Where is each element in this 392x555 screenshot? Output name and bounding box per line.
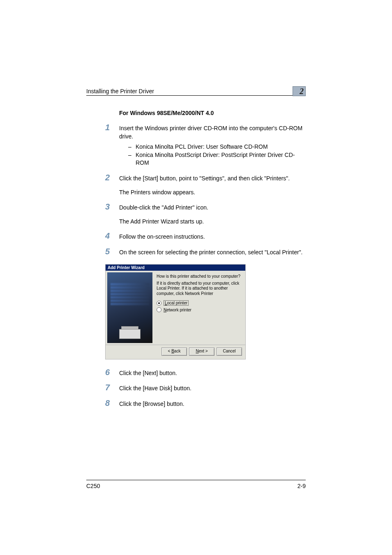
- back-button[interactable]: < Back: [161, 348, 187, 356]
- step-text: Click the [Start] button, point to "Sett…: [119, 175, 306, 183]
- radio-icon: [157, 307, 161, 312]
- wizard-question: How is this printer attached to your com…: [157, 274, 241, 279]
- step-text: Double-click the "Add Printer" icon.: [119, 204, 306, 212]
- step-text: Click the [Have Disk] button.: [119, 385, 306, 393]
- step-result: The Add Printer Wizard starts up.: [119, 218, 306, 226]
- printer-icon: [119, 326, 141, 339]
- step-number: 4: [105, 231, 110, 241]
- bullet-dash: –: [128, 151, 136, 167]
- footer-model: C250: [86, 483, 100, 489]
- footer-page-number: 2-9: [297, 483, 306, 489]
- radio-icon: [157, 301, 161, 306]
- chapter-tab: 2: [293, 86, 306, 96]
- add-printer-wizard-window: Add Printer Wizard: [105, 264, 246, 359]
- step-text: Follow the on-screen instructions.: [119, 233, 306, 241]
- wizard-explain: If it is directly attached to your compu…: [157, 281, 241, 297]
- step-text: Click the [Browse] button.: [119, 400, 306, 408]
- step-result: The Printers window appears.: [119, 189, 306, 197]
- wizard-side-graphic: [107, 272, 152, 343]
- step-number: 1: [105, 123, 110, 132]
- radio-local-printer[interactable]: Local printer: [157, 300, 241, 306]
- step-number: 6: [105, 368, 110, 377]
- bullet-dash: –: [128, 143, 136, 151]
- sub-item-text: Konica Minolta PCL Driver: User Software…: [136, 143, 268, 151]
- radio-network-printer[interactable]: Network printer: [157, 307, 241, 312]
- step-number: 8: [105, 398, 110, 408]
- step-number: 3: [105, 202, 110, 212]
- step-text: On the screen for selecting the printer …: [119, 249, 306, 257]
- page-header-title: Installing the Printer Driver: [86, 88, 154, 94]
- chapter-number: 2: [300, 87, 304, 96]
- step-number: 7: [105, 383, 110, 392]
- step-text: Click the [Next] button.: [119, 369, 306, 378]
- step-number: 5: [105, 247, 110, 256]
- sub-item-text: Konica Minolta PostScript Driver: PostSc…: [136, 151, 306, 167]
- section-heading: For Windows 98SE/Me/2000/NT 4.0: [119, 110, 306, 116]
- cancel-button[interactable]: Cancel: [217, 348, 242, 356]
- step-number: 2: [105, 173, 110, 182]
- wizard-titlebar: Add Printer Wizard: [106, 265, 245, 271]
- next-button[interactable]: Next >: [189, 348, 214, 356]
- step-text: Insert the Windows printer driver CD-ROM…: [119, 124, 306, 140]
